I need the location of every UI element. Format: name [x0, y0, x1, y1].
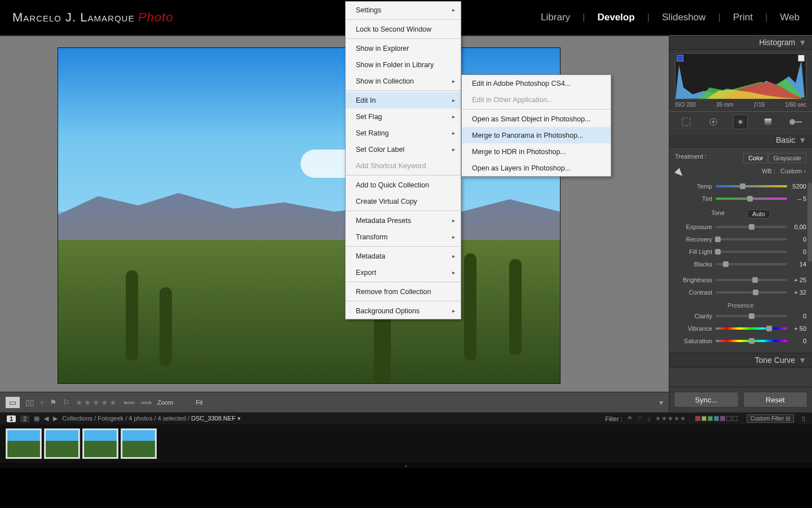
- menu-item[interactable]: Settings: [346, 2, 461, 18]
- menu-item[interactable]: Set Flag: [346, 108, 461, 125]
- custom-filter-dropdown[interactable]: Custom Filter ⊟: [747, 414, 794, 423]
- view-compare-icon[interactable]: ▯▯: [25, 398, 34, 407]
- menu-item[interactable]: Show in Collection: [346, 73, 461, 89]
- module-picker: Library| Develop| Slideshow| Print| Web: [541, 12, 800, 23]
- module-library[interactable]: Library: [541, 12, 570, 23]
- clarity-value[interactable]: 0: [787, 313, 806, 319]
- shadow-clip-icon[interactable]: [677, 55, 683, 62]
- module-develop[interactable]: Develop: [597, 12, 634, 23]
- sync-button[interactable]: Sync...: [674, 392, 739, 408]
- nav-fwd-icon[interactable]: ▶: [53, 415, 58, 422]
- spot-tool-icon[interactable]: [706, 115, 721, 129]
- highlight-clip-icon[interactable]: [798, 55, 805, 62]
- tool-strip: [669, 111, 812, 133]
- menu-item[interactable]: Merge to HDR in Photoshop...: [462, 143, 611, 160]
- temp-slider[interactable]: [716, 185, 787, 187]
- treatment-grayscale[interactable]: Grayscale: [768, 153, 806, 163]
- tint-value[interactable]: – 5: [787, 195, 806, 202]
- histogram-graph[interactable]: [675, 53, 806, 99]
- meta-iso: ISO 200: [675, 102, 696, 108]
- next-photo-icon[interactable]: ⟹: [140, 398, 152, 407]
- module-slideshow[interactable]: Slideshow: [662, 12, 706, 23]
- vibrance-value[interactable]: + 50: [787, 325, 806, 332]
- menu-item[interactable]: Add to Quick Collection: [346, 177, 461, 193]
- contrast-slider[interactable]: [716, 291, 787, 294]
- auto-tone-button[interactable]: Auto: [747, 209, 770, 218]
- prev-photo-icon[interactable]: ⟸: [123, 398, 135, 407]
- blacks-slider[interactable]: [716, 263, 787, 265]
- thumbnail[interactable]: [44, 428, 80, 459]
- temp-value[interactable]: 5200: [787, 183, 806, 190]
- brightness-value[interactable]: + 25: [787, 277, 806, 283]
- reset-button[interactable]: Reset: [743, 392, 808, 408]
- adjust-brush-icon[interactable]: [788, 115, 802, 129]
- panel-scrollbar[interactable]: [807, 183, 812, 262]
- treatment-color[interactable]: Color: [743, 153, 768, 163]
- clarity-slider[interactable]: [716, 315, 787, 317]
- thumbnail[interactable]: [6, 428, 42, 459]
- filter-colors[interactable]: [695, 416, 738, 421]
- zoom-fit[interactable]: Fit: [196, 399, 202, 406]
- brightness-slider[interactable]: [716, 279, 787, 281]
- view-loupe-icon[interactable]: ▭: [6, 397, 20, 408]
- flag-reject-icon[interactable]: ⚐: [63, 398, 70, 407]
- contrast-value[interactable]: + 32: [787, 289, 806, 296]
- filter-flag2-icon[interactable]: ⚐: [637, 415, 643, 422]
- breadcrumb[interactable]: Collections / Fotogeek / 4 photos / 4 se…: [62, 415, 241, 422]
- module-web[interactable]: Web: [780, 12, 800, 23]
- menu-item[interactable]: Transform: [346, 229, 461, 245]
- recovery-slider[interactable]: [716, 238, 787, 240]
- menu-item[interactable]: Export: [346, 264, 461, 281]
- filter-flag-icon[interactable]: ⚑: [627, 415, 633, 422]
- presence-section: Presence: [669, 299, 812, 310]
- monitor-primary[interactable]: 1: [7, 415, 16, 422]
- monitor-secondary[interactable]: 2: [20, 415, 29, 422]
- menu-item[interactable]: Merge to Panorama in Photoshop...: [462, 127, 611, 143]
- exposure-value[interactable]: 0,00: [787, 224, 806, 230]
- menu-item[interactable]: Metadata: [346, 248, 461, 264]
- menu-item[interactable]: Remove from Collection: [346, 283, 461, 300]
- grad-filter-icon[interactable]: [761, 115, 775, 129]
- menu-item[interactable]: Set Color Label: [346, 141, 461, 157]
- menu-item[interactable]: Show in Folder in Library: [346, 56, 461, 73]
- grid-icon[interactable]: ▦: [34, 415, 39, 422]
- exposure-slider[interactable]: [716, 226, 787, 228]
- menu-item[interactable]: Edit in Adobe Photoshop CS4...: [462, 75, 611, 91]
- thumbnail[interactable]: [121, 428, 157, 459]
- menu-item[interactable]: Open as Smart Object in Photoshop...: [462, 111, 611, 127]
- chevron-down-icon[interactable]: ▾: [40, 398, 44, 407]
- nav-back-icon[interactable]: ◀: [44, 415, 48, 422]
- thumbnail[interactable]: [82, 428, 118, 459]
- filter-lock-icon[interactable]: ▯: [802, 415, 805, 422]
- meta-focal: 35 mm: [716, 102, 734, 108]
- fill-slider[interactable]: [716, 251, 787, 253]
- menu-item[interactable]: Open as Layers in Photoshop...: [462, 160, 611, 176]
- tonecurve-header[interactable]: Tone Curve▼: [669, 353, 812, 367]
- filmstrip-grab-handle[interactable]: ▴: [0, 463, 812, 468]
- module-print[interactable]: Print: [733, 12, 753, 23]
- rating-stars[interactable]: ★★★★★: [76, 398, 118, 407]
- fill-value[interactable]: 0: [787, 248, 806, 255]
- saturation-slider[interactable]: [716, 340, 787, 342]
- blacks-value[interactable]: 14: [787, 261, 806, 268]
- filter-rating[interactable]: ★★★★★: [655, 415, 686, 422]
- crop-tool-icon[interactable]: [679, 115, 694, 129]
- menu-item[interactable]: Metadata Presets: [346, 212, 461, 229]
- toolbar-chevron-icon[interactable]: ▾: [659, 398, 663, 407]
- menu-item[interactable]: Set Rating: [346, 125, 461, 141]
- menu-item[interactable]: Lock to Second Window: [346, 21, 461, 37]
- menu-item[interactable]: Background Options: [346, 303, 461, 319]
- flag-pick-icon[interactable]: ⚑: [50, 398, 57, 407]
- vibrance-slider[interactable]: [716, 327, 787, 330]
- menu-item[interactable]: Edit In: [346, 92, 461, 108]
- saturation-value[interactable]: 0: [787, 338, 806, 344]
- wb-dropdown[interactable]: Custom ÷: [780, 168, 806, 174]
- basic-header[interactable]: Basic▼: [669, 133, 812, 147]
- redeye-tool-icon[interactable]: [733, 115, 748, 129]
- histogram-header[interactable]: Histogram▼: [669, 35, 812, 50]
- recovery-value[interactable]: 0: [787, 236, 806, 243]
- filmstrip[interactable]: [0, 424, 812, 463]
- tint-slider[interactable]: [716, 198, 787, 200]
- menu-item[interactable]: Create Virtual Copy: [346, 193, 461, 209]
- menu-item[interactable]: Show in Explorer: [346, 40, 461, 56]
